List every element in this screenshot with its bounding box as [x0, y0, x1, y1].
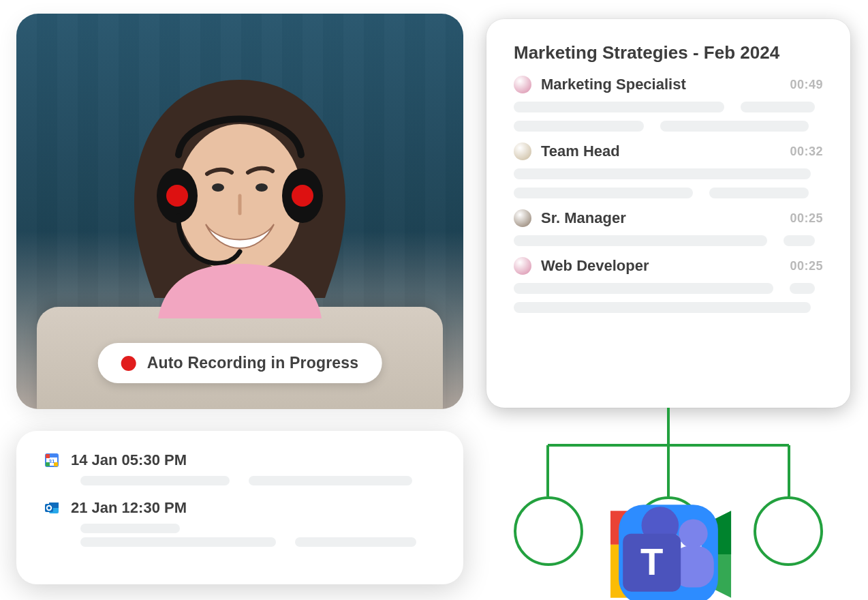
- outlook-icon: [44, 500, 60, 516]
- svg-point-5: [166, 185, 188, 207]
- recording-status-text: Auto Recording in Progress: [147, 354, 359, 372]
- transcript-entry: Team Head 00:32: [514, 142, 823, 198]
- calendar-card: 31 14 Jan 05:30 PM 21 Jan 12:30 PM: [16, 431, 463, 584]
- speaker-role: Sr. Manager: [541, 209, 780, 227]
- svg-point-6: [292, 185, 313, 207]
- avatar: [514, 76, 531, 93]
- skeleton-row: [80, 537, 436, 547]
- record-dot-icon: [121, 356, 136, 371]
- avatar: [514, 257, 531, 275]
- google-calendar-icon: 31: [44, 452, 60, 468]
- avatar: [514, 142, 531, 160]
- svg-text:31: 31: [49, 458, 55, 464]
- transcript-entry: Marketing Specialist 00:49: [514, 76, 823, 132]
- speaker-timestamp: 00:25: [790, 259, 823, 273]
- calendar-label: 21 Jan 12:30 PM: [71, 499, 187, 517]
- video-call-card: Auto Recording in Progress: [16, 14, 463, 409]
- integrations-connector: T: [486, 408, 850, 599]
- svg-point-2: [255, 183, 268, 192]
- transcript-entry: Web Developer 00:25: [514, 257, 823, 313]
- calendar-row[interactable]: 31 14 Jan 05:30 PM: [44, 451, 436, 469]
- recording-status-pill: Auto Recording in Progress: [98, 343, 382, 383]
- microsoft-teams-icon[interactable]: T: [754, 496, 823, 566]
- transcript-entry: Sr. Manager 00:25: [514, 209, 823, 246]
- speaker-role: Team Head: [541, 142, 780, 160]
- svg-point-24: [679, 519, 708, 548]
- speaker-role: Web Developer: [541, 257, 780, 275]
- calendar-label: 14 Jan 05:30 PM: [71, 451, 187, 469]
- speaker-timestamp: 00:25: [790, 211, 823, 226]
- speaker-timestamp: 00:32: [790, 145, 823, 159]
- speaker-timestamp: 00:49: [790, 78, 823, 92]
- calendar-row[interactable]: 21 Jan 12:30 PM: [44, 499, 436, 517]
- transcript-title: Marketing Strategies - Feb 2024: [514, 42, 823, 63]
- svg-point-1: [212, 183, 224, 192]
- skeleton-row: [80, 476, 436, 485]
- transcript-card: Marketing Strategies - Feb 2024 Marketin…: [486, 19, 850, 408]
- skeleton-row: [80, 524, 436, 533]
- svg-text:T: T: [640, 541, 663, 583]
- speaker-role: Marketing Specialist: [541, 76, 780, 93]
- person-illustration: [97, 52, 383, 339]
- avatar: [514, 209, 531, 227]
